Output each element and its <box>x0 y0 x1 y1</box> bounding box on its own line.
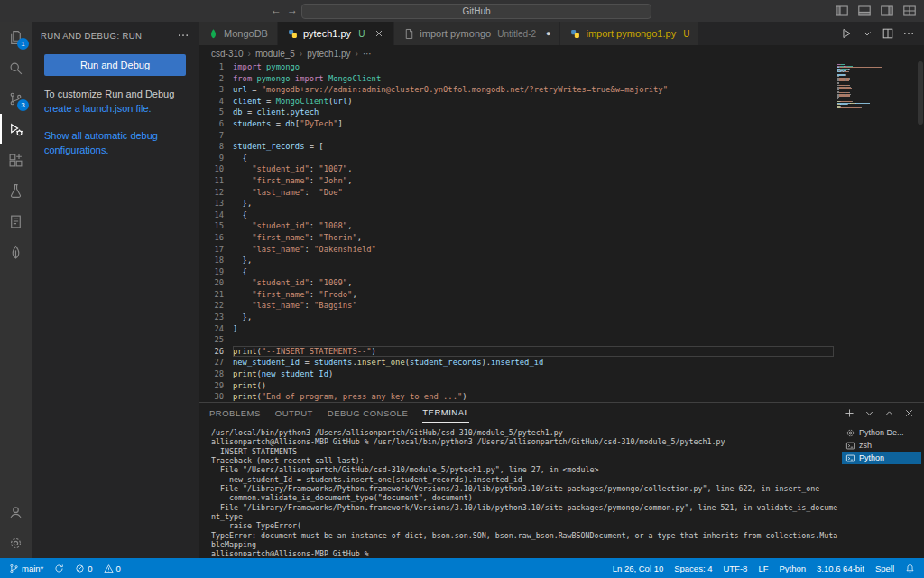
status-lf[interactable]: LF <box>758 564 768 573</box>
tab-import-pymongo1-py[interactable]: import pymongo1.pyU <box>560 22 699 45</box>
line-number[interactable]: 8 <box>199 141 224 153</box>
line-number[interactable]: 11 <box>199 175 224 187</box>
activity-item-account[interactable] <box>0 497 32 527</box>
code-line-23[interactable]: }, <box>233 312 834 323</box>
code-line-4[interactable]: client = MongoClient(url) <box>233 96 834 107</box>
play-button[interactable] <box>840 27 853 40</box>
status-0[interactable]: 0 <box>75 564 92 573</box>
code-line-5[interactable]: db = client.pytech <box>233 107 834 118</box>
line-number[interactable]: 10 <box>199 163 224 175</box>
tab-pytech1-py[interactable]: pytech1.pyU <box>278 22 394 45</box>
code-line-9[interactable]: { <box>233 153 834 164</box>
code-line-24[interactable]: ] <box>233 323 834 335</box>
line-number[interactable]: 4 <box>199 96 224 107</box>
status-spell[interactable]: Spell <box>875 564 894 573</box>
chevron-down-button[interactable] <box>864 407 875 419</box>
code-line-18[interactable]: }, <box>233 255 834 266</box>
status-spaces-4[interactable]: Spaces: 4 <box>674 564 712 573</box>
line-number[interactable]: 21 <box>199 289 224 301</box>
panel-tab-output[interactable]: OUTPUT <box>275 403 313 423</box>
plus-button[interactable] <box>844 407 855 419</box>
code-line-22[interactable]: "last_name": "Baggins" <box>233 300 834 312</box>
status-bell[interactable] <box>905 564 915 573</box>
nav-back-button[interactable]: ← <box>271 4 282 16</box>
line-number[interactable]: 27 <box>199 357 224 368</box>
code-line-15[interactable]: "student_id": "1008", <box>233 220 834 232</box>
code-line-11[interactable]: "first_name": "John", <box>233 175 834 187</box>
status-python[interactable]: Python <box>779 564 806 573</box>
status-ln-26-col-10[interactable]: Ln 26, Col 10 <box>613 564 664 573</box>
terminal-session-python[interactable]: Python <box>842 452 921 464</box>
panel-tab-problems[interactable]: PROBLEMS <box>209 403 261 423</box>
line-number[interactable]: 19 <box>199 266 224 278</box>
line-number[interactable]: 30 <box>199 391 224 402</box>
breadcrumb-item[interactable]: ⋯ <box>363 49 372 59</box>
line-number[interactable]: 29 <box>199 380 224 392</box>
line-number[interactable]: 12 <box>199 187 224 199</box>
chevron-up-button[interactable] <box>883 407 895 419</box>
code-line-21[interactable]: "first_name": "Frodo", <box>233 289 834 301</box>
tab-import-pymongo[interactable]: import pymongoUntitled-2● <box>394 22 560 45</box>
code-line-14[interactable]: { <box>233 210 834 221</box>
editor-scrollbar[interactable] <box>918 61 923 125</box>
line-number[interactable]: 5 <box>199 107 224 118</box>
nav-forward-button[interactable]: → <box>287 4 298 16</box>
create-launch-json-link[interactable]: create a launch.json file. <box>44 103 152 114</box>
code-line-12[interactable]: "last_name": "Doe" <box>233 187 834 199</box>
line-number[interactable]: 13 <box>199 198 224 210</box>
chevron-down-button[interactable] <box>861 27 873 40</box>
code-line-10[interactable]: "student_id": "1007", <box>233 163 834 175</box>
split-button[interactable] <box>882 27 894 40</box>
line-number[interactable]: 17 <box>199 244 224 256</box>
status-main-[interactable]: main* <box>9 564 43 573</box>
layout-grid-button[interactable] <box>902 4 917 18</box>
line-number[interactable]: 9 <box>199 153 224 164</box>
line-number[interactable]: 28 <box>199 368 224 380</box>
activity-item-settings[interactable] <box>0 527 32 558</box>
code-line-17[interactable]: "last_name": "Oakenshield" <box>233 244 834 256</box>
line-number[interactable]: 3 <box>199 84 224 96</box>
line-number[interactable]: 25 <box>199 334 224 346</box>
activity-item-notebook[interactable] <box>0 206 32 237</box>
status-3-10-6-64-bit[interactable]: 3.10.6 64-bit <box>817 564 864 573</box>
activity-item-testing[interactable] <box>0 175 32 206</box>
close-icon[interactable] <box>374 28 384 39</box>
line-number[interactable]: 20 <box>199 277 224 289</box>
command-center[interactable]: GitHub <box>301 4 651 19</box>
code-line-8[interactable]: student_records = [ <box>233 141 834 153</box>
activity-item-extensions[interactable] <box>0 144 32 175</box>
show-all-configurations-link[interactable]: Show all automatic debug configurations. <box>44 130 158 155</box>
layout-sidebar-button[interactable] <box>835 4 849 18</box>
code-line-20[interactable]: "student_id": "1009", <box>233 277 834 289</box>
status-sync[interactable] <box>54 564 64 573</box>
activity-item-search[interactable] <box>0 52 32 83</box>
code-line-13[interactable]: }, <box>233 198 834 210</box>
code-line-29[interactable]: print() <box>233 380 834 392</box>
activity-item-run-debug[interactable] <box>0 114 32 144</box>
line-number[interactable]: 16 <box>199 232 224 244</box>
activity-item-source-control[interactable]: 3 <box>0 83 32 114</box>
terminal-session-zsh[interactable]: zsh <box>842 439 921 452</box>
breadcrumb-item[interactable]: module_5 <box>255 49 295 59</box>
status-utf-8[interactable]: UTF-8 <box>723 564 747 573</box>
code-editor[interactable]: 1234567891011121314151617181920212223242… <box>199 61 924 402</box>
code-line-25[interactable] <box>233 334 834 346</box>
code-line-2[interactable]: from pymongo import MongoClient <box>233 73 834 85</box>
line-number[interactable]: 15 <box>199 220 224 232</box>
run-and-debug-button[interactable]: Run and Debug <box>44 54 186 76</box>
line-number[interactable]: 18 <box>199 255 224 266</box>
activity-item-mongodb[interactable] <box>0 237 32 267</box>
tab-mongodb[interactable]: MongoDB <box>199 22 278 45</box>
line-number[interactable]: 26 <box>199 346 224 358</box>
code-line-16[interactable]: "first_name": "Thorin", <box>233 232 834 244</box>
status-0[interactable]: 0 <box>104 564 121 573</box>
code-line-6[interactable]: students = db["PyTech"] <box>233 118 834 130</box>
code-line-27[interactable]: new_student_Id = students.insert_one(stu… <box>233 357 834 368</box>
code-line-26[interactable]: print("--INSERT STATEMENTS--") <box>233 346 834 358</box>
code-line-30[interactable]: print("End of program, press any key to … <box>233 391 834 402</box>
close-button[interactable] <box>903 407 915 419</box>
more-actions-icon[interactable] <box>177 29 189 42</box>
layout-panel-button[interactable] <box>857 4 872 18</box>
code-line-28[interactable]: print(new_student_Id) <box>233 368 834 380</box>
code-line-3[interactable]: url = "mongodb+srv://admin:admin@cluster… <box>233 84 834 96</box>
